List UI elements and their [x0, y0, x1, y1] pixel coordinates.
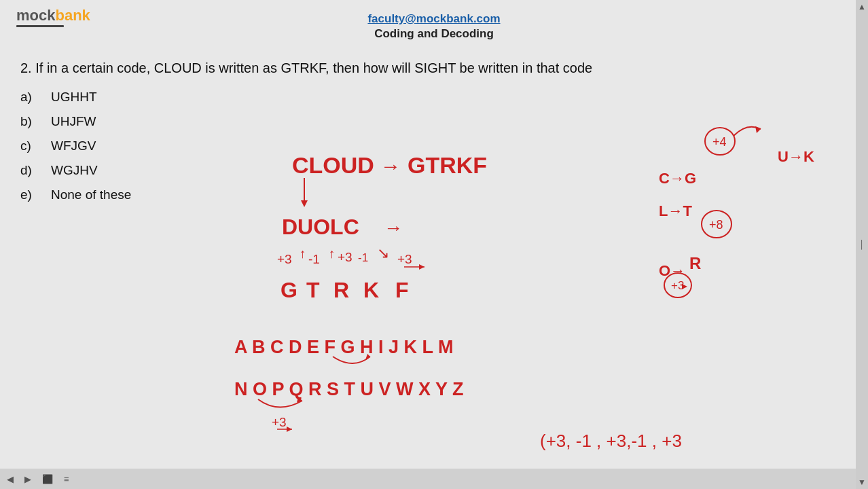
logo-underline	[16, 25, 64, 27]
svg-text:R: R	[333, 278, 349, 302]
option-c-label: c)	[20, 139, 51, 153]
question-section: 2. If in a certain code, CLOUD is writte…	[0, 46, 868, 77]
option-e-value: None of these	[51, 187, 131, 202]
logo-area: mockbank	[16, 7, 90, 27]
svg-text:F: F	[395, 278, 409, 302]
svg-text:T: T	[306, 278, 320, 302]
svg-text:G: G	[281, 278, 297, 302]
option-d-value: WGJHV	[51, 163, 98, 178]
question-text: 2. If in a certain code, CLOUD is writte…	[20, 58, 848, 77]
option-a-row: a) UGHHT	[20, 90, 848, 105]
scroll-indicator: │	[859, 240, 865, 249]
svg-text:+3: +3	[671, 279, 684, 292]
svg-text:↘: ↘	[377, 244, 389, 261]
svg-text:↑: ↑	[329, 247, 336, 261]
svg-text:A B C D E F G H I  J  K  L  M: A B C D E F G H I J K L M	[234, 337, 454, 357]
svg-text:-1: -1	[308, 252, 320, 266]
option-b-row: b) UHJFW	[20, 114, 848, 129]
bottom-icon-2[interactable]: ▶	[24, 474, 31, 484]
logo-text: mockbank	[16, 7, 90, 24]
svg-marker-23	[365, 354, 370, 360]
svg-marker-28	[287, 427, 292, 432]
svg-marker-25	[297, 397, 302, 403]
svg-marker-42	[682, 284, 687, 289]
svg-text:(+3, -1 , +3,-1 , +3: (+3, -1 , +3,-1 , +3	[540, 431, 682, 451]
svg-text:O→: O→	[659, 262, 685, 279]
scroll-up-arrow[interactable]: ▲	[858, 3, 866, 11]
option-d-row: d) WGJHV	[20, 163, 848, 178]
bottom-icon-3[interactable]: ⬛	[42, 474, 53, 484]
header: mockbank faculty@mockbank.com Coding and…	[0, 0, 868, 46]
question-body: If in a certain code, CLOUD is written a…	[35, 60, 592, 75]
option-b-label: b)	[20, 114, 51, 129]
svg-text:K: K	[363, 278, 379, 302]
main-container: mockbank faculty@mockbank.com Coding and…	[0, 0, 868, 489]
svg-text:R: R	[689, 254, 701, 272]
option-a-value: UGHHT	[51, 90, 97, 105]
svg-text:+3: +3	[272, 415, 287, 429]
svg-text:+8: +8	[709, 218, 723, 232]
svg-text:DUOLC: DUOLC	[282, 215, 359, 239]
svg-text:L→T: L→T	[659, 202, 692, 219]
svg-marker-16	[419, 264, 424, 270]
svg-text:↑: ↑	[300, 247, 306, 261]
svg-text:N  O  P  Q  R  S  T  U  V  W  : N O P Q R S T U V W X Y Z	[234, 379, 464, 399]
question-number: 2.	[20, 60, 32, 75]
option-b-value: UHJFW	[51, 114, 96, 129]
scroll-down-arrow[interactable]: ▼	[858, 478, 866, 486]
sidebar-right[interactable]: ▲ │ ▼	[856, 0, 868, 489]
bottom-bar: ◀ ▶ ⬛ ≡	[0, 469, 856, 489]
svg-text:-1: -1	[358, 251, 368, 264]
option-c-value: WFJGV	[51, 139, 96, 153]
svg-point-36	[702, 211, 731, 238]
option-d-label: d)	[20, 163, 51, 178]
option-c-row: c) WFJGV	[20, 139, 848, 153]
bottom-icon-1[interactable]: ◀	[7, 474, 14, 484]
options-section: a) UGHHT b) UHJFW c) WFJGV d) WGJHV e) N…	[0, 77, 868, 202]
svg-text:+3: +3	[338, 250, 352, 264]
header-subtitle: Coding and Decoding	[374, 27, 494, 41]
option-a-label: a)	[20, 90, 51, 105]
header-email: faculty@mockbank.com	[367, 12, 500, 26]
svg-text:+3: +3	[277, 252, 292, 266]
svg-text:→: →	[384, 217, 403, 238]
bottom-icon-4[interactable]: ≡	[64, 474, 69, 484]
option-e-row: e) None of these	[20, 187, 848, 202]
svg-text:+3: +3	[397, 252, 412, 266]
option-e-label: e)	[20, 187, 51, 202]
svg-point-40	[664, 273, 691, 297]
